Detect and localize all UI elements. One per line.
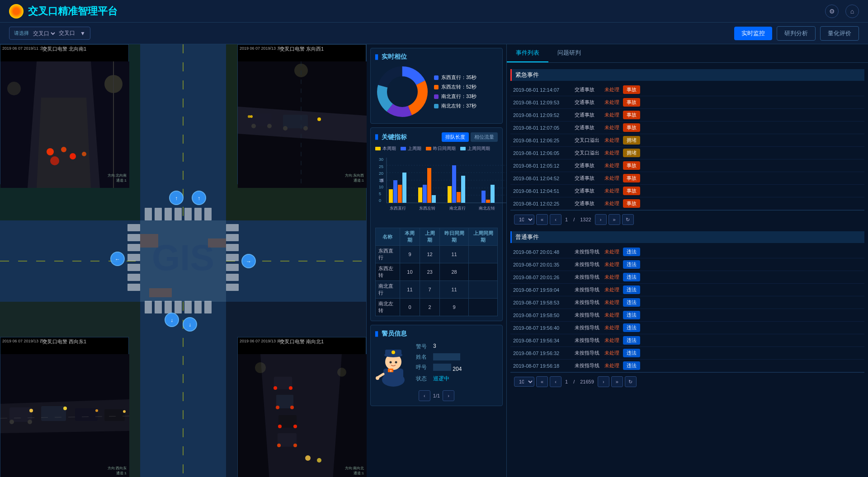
th-current: 本周期 (400, 228, 420, 246)
normal-first-button[interactable]: « (536, 376, 548, 387)
event-action-button[interactable]: 事故 (623, 85, 640, 94)
event-action-button[interactable]: 事故 (623, 98, 640, 107)
phase-flow-button[interactable]: 相位流量 (471, 132, 498, 142)
svg-rect-29 (127, 244, 140, 251)
svg-rect-20 (145, 301, 152, 313)
event-action-button[interactable]: 违法 (623, 323, 640, 332)
urgent-page-size[interactable]: 10 (514, 215, 534, 224)
event-action-button[interactable]: 违法 (623, 336, 640, 345)
svg-text:25: 25 (379, 164, 383, 169)
evaluate-button[interactable]: 量化评价 (820, 26, 859, 41)
normal-page-number: 1 (563, 379, 570, 384)
queue-length-button[interactable]: 排队长度 (442, 132, 469, 142)
svg-rect-32 (127, 274, 140, 281)
svg-rect-141 (448, 186, 452, 203)
event-status: 未处理 (604, 99, 620, 106)
event-action-button[interactable]: 拥堵 (623, 136, 640, 145)
normal-page-size[interactable]: 10 (514, 377, 534, 387)
intersection-selector[interactable]: 请选择 交叉口 交叉口 ▼ (9, 27, 90, 40)
event-action-button[interactable]: 违法 (623, 248, 640, 256)
header: 交叉口精准智理平台 ⚙ ⌂ (0, 0, 868, 23)
monitor-button[interactable]: 实时监控 (734, 27, 772, 40)
svg-point-79 (248, 115, 250, 118)
urgent-refresh-button[interactable]: ↻ (622, 214, 634, 225)
svg-rect-38 (226, 264, 239, 271)
event-action-button[interactable]: 事故 (623, 123, 640, 132)
event-action-button[interactable]: 违法 (623, 361, 640, 370)
event-action-button[interactable]: 拥堵 (623, 149, 640, 157)
list-item: 2019-08-07 19:58:50 未按指导线 未处理 违法 (510, 309, 864, 322)
event-status: 未处理 (604, 362, 620, 369)
event-action-button[interactable]: 事故 (623, 161, 640, 170)
event-action-button[interactable]: 违法 (623, 285, 640, 294)
event-time: 2019-08-01 12:09:52 (513, 112, 572, 118)
normal-prev-button[interactable]: ‹ (550, 376, 561, 387)
table-row: 东西直行91211 (376, 246, 498, 263)
svg-rect-22 (165, 301, 172, 313)
event-type: 未按指导线 (575, 274, 602, 281)
list-item: 2019-08-07 19:56:18 未按指导线 未处理 违法 (510, 360, 864, 372)
urgent-first-button[interactable]: « (536, 214, 548, 225)
event-type: 未按指导线 (575, 362, 602, 369)
svg-point-62 (70, 153, 76, 159)
officer-badge-label: 警号 (416, 343, 429, 351)
svg-point-101 (276, 406, 279, 409)
legend-label-2: 东西左转：52秒 (441, 84, 476, 90)
svg-rect-148 (491, 185, 495, 203)
svg-rect-27 (127, 224, 140, 231)
middle-panel: 实时相位 (367, 44, 507, 477)
event-action-button[interactable]: 事故 (623, 199, 640, 208)
svg-point-85 (9, 420, 14, 424)
event-action-button[interactable]: 违法 (623, 349, 640, 357)
event-action-button[interactable]: 事故 (623, 111, 640, 119)
normal-next-button[interactable]: › (598, 376, 609, 387)
svg-point-91 (95, 409, 98, 412)
list-item: 2019-08-01 12:04:52 交通事故 未处理 事故 (510, 172, 864, 185)
urgent-next-button[interactable]: › (595, 214, 607, 225)
svg-text:↓: ↓ (189, 322, 191, 328)
officer-next-button[interactable]: › (443, 390, 454, 401)
events-container: 紧急事件 2019-08-01 12:14:07 交通事故 未处理 事故 201… (507, 63, 868, 477)
intersection-select[interactable]: 交叉口 (31, 30, 57, 37)
metrics-title: 关键指标 (375, 133, 407, 141)
legend-item-3: 南北直行：33秒 (434, 93, 476, 100)
svg-rect-28 (127, 234, 140, 241)
tab-event-list[interactable]: 事件列表 (507, 44, 548, 62)
officer-badge-row: 警号 3 (416, 343, 498, 351)
legend-last-week: 上周期 (401, 145, 421, 152)
normal-last-button[interactable]: » (611, 376, 623, 387)
svg-point-61 (61, 147, 66, 152)
tab-problem-analysis[interactable]: 问题研判 (548, 44, 590, 62)
home-icon[interactable]: ⌂ (845, 5, 859, 18)
legend-text-2: 上周期 (408, 145, 421, 152)
event-action-button[interactable]: 违法 (623, 298, 640, 307)
legend-current-week: 本周期 (375, 145, 396, 152)
urgent-prev-button[interactable]: ‹ (550, 214, 561, 225)
event-status: 未处理 (604, 261, 620, 268)
event-action-button[interactable]: 事故 (623, 187, 640, 195)
legend-lastweek-same: 上周同周期 (460, 145, 490, 152)
officer-title: 警员信息 (375, 330, 498, 338)
normal-refresh-button[interactable]: ↻ (625, 376, 637, 387)
settings-icon[interactable]: ⚙ (825, 5, 839, 18)
cam-br-timestamp: 2019 06 07 2019/13 南3-1 (240, 338, 287, 344)
event-action-button[interactable]: 违法 (623, 260, 640, 269)
phase-legend: 东西直行：35秒 东西左转：52秒 南北直行：33秒 南北左转：37秒 (434, 74, 476, 109)
svg-rect-139 (427, 168, 431, 203)
legend-dot-4 (434, 104, 439, 108)
urgent-last-button[interactable]: » (609, 214, 620, 225)
phase-donut-chart (375, 65, 429, 119)
svg-rect-18 (194, 208, 202, 220)
analysis-button[interactable]: 研判分析 (777, 26, 816, 41)
list-item: 2019-08-01 12:02:25 交通事故 未处理 事故 (510, 197, 864, 210)
cam-tr-info: 方向:东向西通道:1 (345, 173, 364, 183)
event-status: 未处理 (604, 150, 620, 156)
event-action-button[interactable]: 违法 (623, 273, 640, 281)
svg-point-111 (255, 362, 266, 373)
metrics-table: 名称 本周期 上周期 昨日同周期 上周同周期 东西直行91211东西左转1023… (375, 228, 498, 316)
svg-text:10: 10 (379, 185, 383, 189)
officer-prev-button[interactable]: ‹ (419, 390, 430, 401)
event-action-button[interactable]: 事故 (623, 174, 640, 182)
svg-rect-54 (140, 234, 158, 248)
event-action-button[interactable]: 违法 (623, 311, 640, 319)
